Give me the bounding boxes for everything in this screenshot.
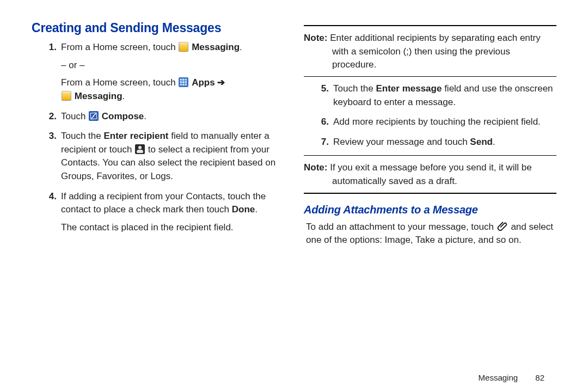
step-1-apps-label: Apps (192, 77, 215, 88)
step-4-done: Done (232, 204, 255, 215)
column-left: Creating and Sending Messages From a Hom… (32, 21, 284, 376)
step-3: Touch the Enter recipient field to manua… (53, 130, 284, 183)
step-7-bold: Send (470, 137, 493, 147)
step-1-label: Messaging (192, 42, 240, 52)
note-1-text: Enter additional recipients by separatin… (327, 33, 540, 70)
footer-page-number: 82 (535, 373, 544, 382)
attach-a: To add an attachment to your message, to… (306, 222, 497, 232)
divider-top (304, 25, 556, 26)
arrow-icon: ➔ (217, 77, 225, 88)
step-3-bold: Enter recipient (103, 131, 168, 141)
step-6: Add more recipients by touching the reci… (326, 115, 556, 129)
note-recipients: Note: Enter additional recipients by sep… (304, 32, 556, 72)
heading-attachments: Adding Attachments to a Message (304, 204, 556, 216)
steps-list-right: Touch the Enter message field and use th… (304, 82, 556, 149)
step-1: From a Home screen, touch Messaging. – o… (53, 41, 284, 103)
contact-icon (135, 144, 145, 154)
step-1-or: – or – (61, 59, 284, 72)
step-5-bold: Enter message (376, 83, 442, 94)
step-2-pre: Touch (61, 111, 85, 121)
step-1-text-a: From a Home screen, touch (61, 42, 176, 52)
step-7: Review your message and touch Send. (326, 136, 556, 149)
step-4-result: The contact is placed in the recipient f… (61, 221, 284, 235)
divider (304, 155, 556, 156)
compose-icon (89, 111, 99, 121)
step-5-a: Touch the (333, 83, 376, 94)
messaging-icon (62, 91, 71, 101)
step-5: Touch the Enter message field and use th… (326, 82, 556, 109)
attach-paragraph: To add an attachment to your message, to… (304, 220, 556, 247)
divider (304, 76, 556, 77)
manual-page: Creating and Sending Messages From a Hom… (0, 0, 588, 392)
step-1-text-b: From a Home screen, touch (61, 77, 176, 88)
step-4-b: . (255, 204, 258, 215)
step-1-alt: From a Home screen, touch Apps ➔ Messagi… (61, 76, 284, 103)
paperclip-icon (497, 221, 508, 232)
step-2: Touch Compose. (53, 110, 284, 124)
apps-icon (179, 77, 188, 87)
footer-section: Messaging (479, 373, 518, 382)
steps-list-left: From a Home screen, touch Messaging. – o… (32, 41, 284, 235)
step-7-b: . (493, 137, 495, 147)
messaging-icon (179, 42, 188, 52)
divider-bottom (304, 193, 556, 194)
step-3-a: Touch the (61, 131, 103, 141)
page-footer: Messaging 82 (479, 373, 544, 382)
note-2-text: If you exit a message before you send it… (327, 162, 531, 186)
step-1-label2: Messaging (75, 91, 122, 101)
note-label: Note: (304, 162, 327, 173)
heading-creating-sending: Creating and Sending Messages (32, 21, 284, 35)
column-right: Note: Enter additional recipients by sep… (304, 21, 556, 376)
step-7-a: Review your message and touch (333, 137, 470, 147)
note-label: Note: (304, 33, 327, 43)
step-4: If adding a recipient from your Contacts… (53, 190, 284, 235)
note-draft: Note: If you exit a message before you s… (304, 161, 556, 188)
step-2-label: Compose (102, 111, 144, 121)
